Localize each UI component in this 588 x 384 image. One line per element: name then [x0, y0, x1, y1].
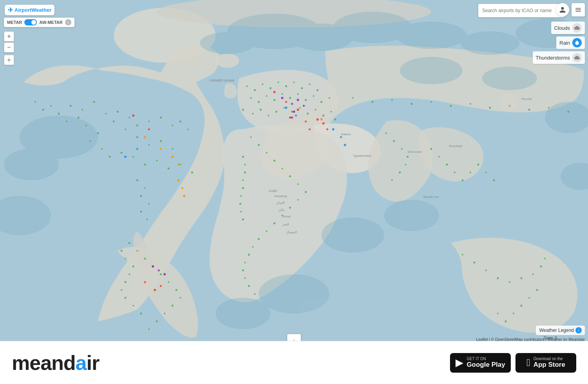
menu-button[interactable] — [572, 3, 585, 16]
svg-text:Кавказ: Кавказ — [341, 132, 351, 136]
svg-point-219 — [332, 128, 334, 130]
svg-point-133 — [289, 176, 291, 178]
svg-point-198 — [513, 313, 514, 314]
svg-point-229 — [281, 97, 283, 99]
svg-point-46 — [148, 144, 150, 146]
svg-point-106 — [266, 95, 267, 97]
svg-point-126 — [330, 111, 332, 112]
zoom-in-button[interactable]: + — [4, 31, 14, 42]
svg-point-93 — [121, 250, 123, 252]
svg-point-212 — [144, 281, 146, 283]
svg-point-94 — [246, 85, 248, 87]
svg-point-182 — [470, 172, 471, 173]
search-input[interactable] — [478, 4, 564, 17]
svg-point-186 — [462, 254, 463, 255]
svg-point-38 — [125, 129, 126, 130]
svg-point-216 — [136, 148, 138, 150]
svg-point-143 — [248, 254, 250, 256]
svg-point-165 — [489, 107, 491, 109]
svg-point-17 — [396, 22, 466, 49]
clouds-label: Clouds — [554, 25, 570, 31]
svg-point-36 — [129, 117, 130, 118]
svg-point-42 — [172, 125, 173, 126]
svg-point-145 — [242, 270, 244, 272]
svg-point-172 — [401, 148, 403, 150]
svg-point-95 — [254, 89, 256, 91]
clouds-toggle[interactable] — [572, 23, 582, 33]
svg-point-132 — [281, 168, 283, 169]
svg-point-121 — [291, 111, 293, 113]
svg-point-45 — [136, 136, 138, 138]
svg-point-199 — [505, 321, 507, 322]
svg-point-29 — [400, 57, 463, 84]
svg-point-123 — [307, 113, 309, 115]
svg-text:مالي: مالي — [278, 208, 284, 212]
svg-point-225 — [178, 164, 180, 166]
thunderstorms-layer-item: Thunderstorms — [533, 51, 585, 64]
svg-point-92 — [125, 258, 126, 259]
svg-point-196 — [528, 297, 530, 299]
logo-airplane-icon: ✈ — [8, 6, 13, 14]
svg-point-39 — [136, 125, 138, 127]
svg-point-192 — [532, 274, 534, 275]
svg-point-233 — [293, 110, 295, 113]
svg-point-217 — [285, 107, 287, 109]
svg-point-116 — [252, 113, 254, 114]
svg-point-86 — [132, 305, 134, 306]
svg-text:Россия: Россия — [521, 97, 532, 101]
svg-point-150 — [244, 164, 246, 165]
svg-point-80 — [180, 297, 181, 299]
svg-point-211 — [309, 129, 311, 130]
map-container[interactable]: ✕ Kalaallit Nunaat Россия Қазақстан Arab… — [0, 0, 588, 341]
svg-point-142 — [252, 246, 254, 248]
thunderstorms-toggle[interactable] — [572, 53, 582, 62]
svg-point-98 — [278, 82, 279, 83]
logo[interactable]: ✈ AirportWeather — [5, 5, 54, 15]
svg-point-171 — [393, 140, 395, 142]
svg-point-197 — [521, 305, 523, 307]
svg-point-65 — [42, 109, 44, 111]
svg-point-61 — [78, 117, 80, 119]
svg-point-135 — [305, 191, 307, 193]
weather-legend-info-icon[interactable]: i — [575, 327, 582, 333]
svg-point-28 — [216, 298, 270, 329]
svg-point-75 — [144, 258, 146, 260]
rain-toggle[interactable] — [572, 38, 582, 47]
zoom-out-button[interactable]: − — [4, 42, 14, 53]
svg-point-70 — [148, 203, 150, 205]
app-store-badge[interactable]:  Download on the App Store — [515, 353, 576, 373]
svg-text:Мьянмар: Мьянмар — [449, 144, 463, 148]
svg-point-205 — [297, 109, 299, 111]
google-play-text-group: GET IT ON Google Play — [466, 357, 505, 369]
weather-legend-label: Weather Legend — [539, 328, 574, 333]
svg-point-33 — [93, 101, 95, 103]
metar-toggle[interactable] — [24, 19, 37, 25]
svg-point-88 — [121, 289, 122, 291]
svg-point-49 — [121, 152, 123, 154]
rain-label: Rain — [559, 40, 570, 46]
svg-point-223 — [160, 148, 162, 150]
svg-point-200 — [497, 313, 499, 314]
svg-text:الصومال: الصومال — [286, 230, 297, 234]
svg-point-55 — [191, 172, 193, 174]
svg-point-21 — [4, 149, 59, 180]
svg-point-237 — [163, 273, 166, 275]
svg-text:Arabi: Arabi — [269, 189, 277, 193]
bottom-bar: meandair ▶ GET IT ON Google Play  Downl… — [0, 341, 588, 384]
user-profile-button[interactable] — [556, 3, 569, 16]
aw-metar-label: AW-METAR — [39, 20, 62, 25]
svg-text:Kalaallit Nunaat: Kalaallit Nunaat — [210, 78, 235, 82]
svg-point-137 — [289, 207, 291, 209]
svg-point-119 — [276, 111, 278, 113]
svg-point-139 — [274, 223, 276, 225]
locate-button[interactable] — [4, 55, 14, 65]
svg-point-53 — [168, 168, 170, 170]
svg-point-167 — [528, 109, 530, 111]
svg-point-177 — [430, 148, 432, 150]
google-play-badge[interactable]: ▶ GET IT ON Google Play — [450, 353, 511, 373]
metar-info-icon[interactable]: i — [65, 19, 71, 25]
svg-point-34 — [105, 113, 107, 114]
svg-point-37 — [113, 121, 115, 123]
metar-label: METAR — [7, 20, 22, 25]
svg-point-159 — [372, 101, 374, 103]
